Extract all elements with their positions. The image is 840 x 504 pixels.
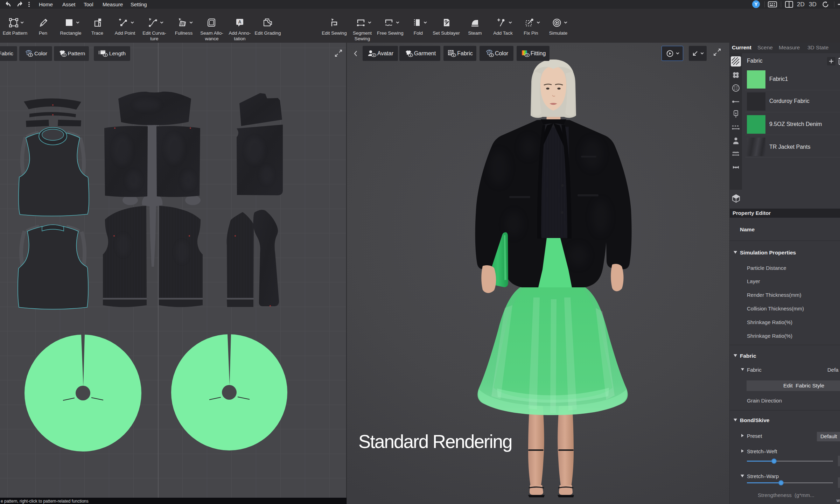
svg-text:A: A — [238, 20, 241, 24]
